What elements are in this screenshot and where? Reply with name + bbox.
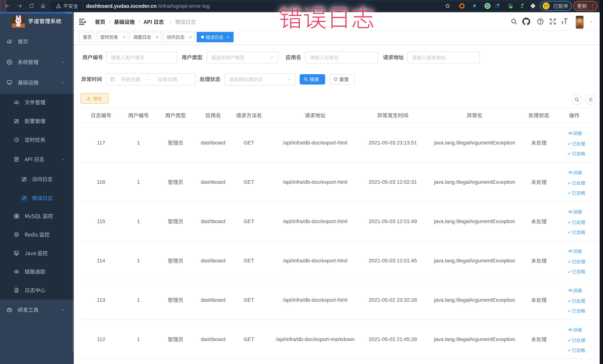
svg-text:on: on xyxy=(510,6,512,8)
